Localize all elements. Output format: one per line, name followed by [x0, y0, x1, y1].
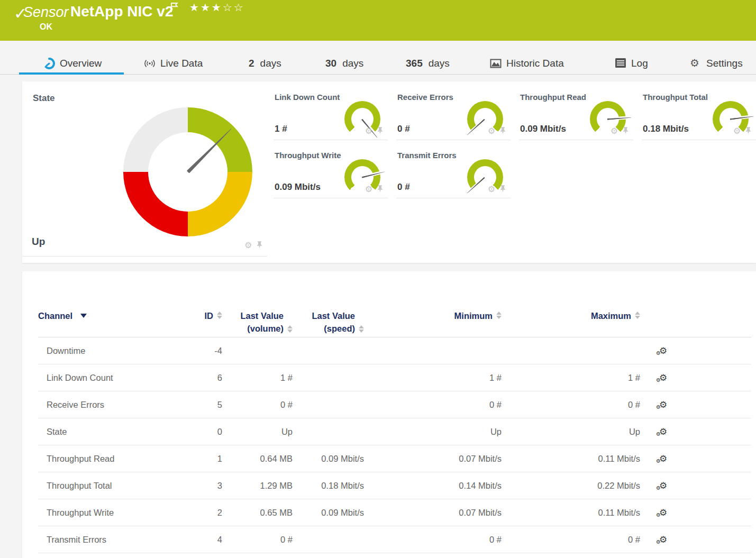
cell-minimum: 0.07 Mbit/s [364, 454, 502, 464]
cell-channel[interactable]: Transmit Errors [38, 535, 183, 545]
cell-id: 4 [183, 535, 222, 545]
tab-number: 30 [325, 58, 336, 69]
historic-data-icon [490, 58, 502, 69]
gauge-title: Link Down Count [275, 93, 340, 102]
cell-last-value-volume: 1.29 MB [222, 481, 293, 491]
gauges-panel: State Up ⚙ Link Down Count1 #⚙Receive Er… [22, 81, 756, 263]
cell-maximum: 0 # [502, 535, 640, 545]
gear-icon[interactable]: ⚙ [365, 185, 372, 194]
pin-icon[interactable] [622, 126, 629, 136]
tab-bar: OverviewLive Data2days30days365daysHisto… [0, 53, 756, 75]
tab-number: 365 [406, 58, 423, 69]
cell-last-value-speed: 0.09 Mbit/s [293, 454, 364, 464]
gauge-value: 0.09 Mbit/s [275, 182, 321, 193]
channel-settings-icon[interactable]: ⚙⚙ [640, 373, 751, 383]
tab-365-days[interactable]: 365days [404, 53, 452, 74]
cell-minimum: 1 # [364, 373, 502, 383]
cell-last-value-volume: 1 # [222, 373, 293, 383]
tab-30-days[interactable]: 30days [323, 53, 366, 74]
column-header-last-value-volume[interactable]: Last Value(volume) [222, 309, 293, 335]
cell-last-value-volume: Up [222, 427, 293, 437]
channel-settings-icon[interactable]: ⚙⚙ [640, 454, 751, 464]
tab-live-data[interactable]: Live Data [142, 53, 205, 74]
gauge-value: 1 # [275, 124, 287, 134]
cell-last-value-speed: 0.09 Mbit/s [293, 508, 364, 518]
gauge-title: Throughput Total [643, 93, 708, 102]
cell-last-value-volume: 0.65 MB [222, 508, 293, 518]
channel-settings-icon[interactable]: ⚙⚙ [640, 508, 751, 518]
tab-log[interactable]: Log [613, 53, 650, 74]
cell-maximum: 0.11 Mbit/s [502, 508, 640, 518]
pin-icon[interactable] [377, 126, 384, 136]
channels-table: Channel ID Last Value(volume) Last Value… [38, 303, 751, 553]
gear-icon[interactable]: ⚙ [611, 127, 618, 135]
column-header-minimum[interactable]: Minimum [364, 309, 502, 322]
channel-settings-icon[interactable]: ⚙⚙ [640, 400, 751, 410]
gauge-value: 0 # [397, 124, 410, 134]
column-header-id[interactable]: ID [183, 309, 222, 322]
gauge-title: Receive Errors [397, 93, 453, 102]
tab-historic-data[interactable]: Historic Data [488, 53, 566, 74]
cell-id: 3 [183, 481, 222, 491]
cell-last-value-speed: 0.18 Mbit/s [293, 481, 364, 491]
cell-maximum: 0 # [502, 400, 640, 410]
cell-channel[interactable]: Downtime [38, 346, 183, 356]
pin-icon[interactable] [256, 240, 263, 251]
tab-overview[interactable]: Overview [41, 53, 104, 74]
settings-icon: ⚙ [690, 58, 702, 69]
gear-icon[interactable]: ⚙ [488, 127, 495, 135]
cell-minimum: Up [364, 427, 502, 437]
mini-gauge-grid: Link Down Count1 #⚙Receive Errors0 #⚙Thr… [274, 87, 756, 198]
cell-channel[interactable]: Throughput Total [38, 481, 183, 491]
priority-stars[interactable]: ★★★☆☆ [189, 1, 245, 14]
cell-channel[interactable]: Throughput Read [38, 454, 183, 464]
tab-label: days [260, 58, 281, 69]
gear-icon[interactable]: ⚙ [365, 127, 372, 135]
column-header-channel[interactable]: Channel [38, 309, 183, 322]
channel-settings-icon[interactable]: ⚙⚙ [640, 427, 751, 437]
pin-icon[interactable] [377, 184, 384, 195]
table-row-throughput-total: Throughput Total31.29 MB0.18 Mbit/s0.14 … [38, 472, 751, 499]
gauge-tile-throughput-read: Throughput Read0.09 Mbit/s⚙ [519, 87, 633, 140]
channel-settings-icon[interactable]: ⚙⚙ [640, 346, 751, 356]
tab-label: Settings [706, 58, 743, 69]
cell-last-value-volume: 0 # [222, 400, 293, 410]
cell-maximum: 0.11 Mbit/s [502, 454, 640, 464]
pin-icon[interactable] [499, 184, 506, 195]
flag-icon[interactable] [170, 2, 179, 15]
column-header-last-value-speed[interactable]: Last Value(speed) [293, 309, 364, 335]
state-gauge-value: Up [32, 236, 45, 248]
gear-icon[interactable]: ⚙ [244, 241, 252, 250]
pin-icon[interactable] [745, 126, 752, 136]
state-gauge-title: State [33, 93, 55, 104]
cell-channel[interactable]: State [38, 427, 183, 437]
cell-id: 5 [183, 400, 222, 410]
cell-id: -4 [183, 346, 222, 356]
sensor-status-badge: OK [40, 22, 52, 32]
channels-table-header: Channel ID Last Value(volume) Last Value… [38, 303, 751, 337]
channel-settings-icon[interactable]: ⚙⚙ [640, 535, 751, 545]
table-row-state: State0UpUpUp⚙⚙ [38, 418, 751, 445]
cell-minimum: 0 # [364, 400, 502, 410]
cell-channel[interactable]: Receive Errors [38, 400, 183, 410]
tab-settings[interactable]: ⚙Settings [688, 53, 745, 74]
sort-arrows-icon [359, 325, 364, 335]
gear-icon[interactable]: ⚙ [488, 185, 495, 194]
tab-2-days[interactable]: 2days [247, 53, 284, 74]
gauge-value: 0.09 Mbit/s [520, 124, 566, 134]
cell-id: 1 [183, 454, 222, 464]
gauge-tile-receive-errors: Receive Errors0 #⚙ [396, 87, 511, 140]
tab-label: Log [631, 58, 648, 69]
sort-arrows-icon [217, 312, 222, 322]
channels-panel: Channel ID Last Value(volume) Last Value… [22, 271, 756, 558]
tab-label: Live Data [160, 58, 203, 69]
column-header-maximum[interactable]: Maximum [502, 309, 640, 322]
channel-settings-icon[interactable]: ⚙⚙ [640, 481, 751, 491]
cell-maximum: Up [502, 427, 640, 437]
gear-icon[interactable]: ⚙ [733, 127, 741, 135]
pin-icon[interactable] [499, 126, 506, 136]
cell-channel[interactable]: Link Down Count [38, 373, 183, 383]
cell-channel[interactable]: Throughput Write [38, 508, 183, 518]
sort-down-icon [80, 314, 87, 318]
table-row-throughput-write: Throughput Write20.65 MB0.09 Mbit/s0.07 … [38, 499, 751, 526]
